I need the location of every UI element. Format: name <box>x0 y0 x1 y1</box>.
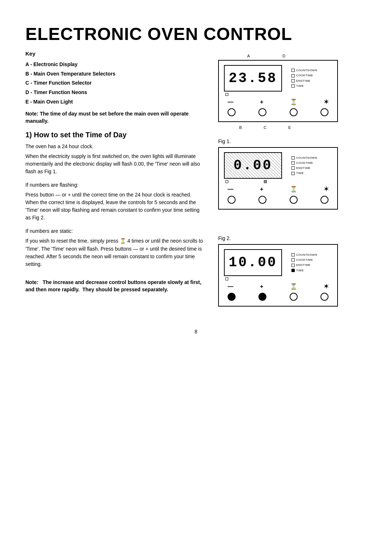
indicator-endtime-f2: ENDTIME <box>291 263 320 267</box>
circle-btn-2[interactable] <box>258 108 266 116</box>
time-label-f1: TIME <box>296 171 304 175</box>
endtime-label-f2: ENDTIME <box>296 263 311 267</box>
countdown-label-f2: COUNTDOWN <box>296 253 317 257</box>
circle-btn-f2-4[interactable] <box>320 293 328 301</box>
endtime-box <box>291 79 295 82</box>
endtime-label-f1: ENDTIME <box>296 166 311 170</box>
increase-button-f1[interactable]: + <box>260 185 263 193</box>
sub-chk-f2 <box>225 278 228 280</box>
countdown-box <box>291 69 295 72</box>
display-main: 23.58 <box>224 65 282 92</box>
key-label: Key <box>25 50 204 57</box>
endtime-label: ENDTIME <box>296 79 311 83</box>
indicator-cooktime-f1: COOKTIME <box>291 161 320 165</box>
decrease-button-f2[interactable]: — <box>228 283 233 291</box>
indicator-cooktime-f2: COOKTIME <box>291 258 320 262</box>
section1-title: 1) How to set the Time of Day <box>25 130 204 140</box>
decrease-button-f1[interactable]: — <box>228 185 233 193</box>
cooktime-label: COOKTIME <box>296 73 313 77</box>
indicator-col-main: COUNTDOWN COOKTIME ENDTIME TIME <box>291 65 320 92</box>
key-item-e: E - Main Oven Light <box>25 98 204 106</box>
timer-button-f2[interactable]: ⏳ <box>290 283 297 291</box>
label-a: A <box>247 53 250 59</box>
key-item-a: A - Electronic Display <box>25 61 204 68</box>
body-text-3: If numbers are flashing: <box>25 181 204 189</box>
sub-checkbox-main <box>225 93 228 96</box>
key-list: A - Electronic Display B - Main Oven Tem… <box>25 61 204 105</box>
circle-btn-1[interactable] <box>228 108 236 116</box>
circle-btn-3[interactable] <box>290 108 298 116</box>
indicator-col-fig1: COUNTDOWN COOKTIME ENDTIME TIME <box>291 152 320 179</box>
page-number: 8 <box>25 328 367 336</box>
fig1-label: Fig 1. <box>218 138 367 145</box>
light-button-f1[interactable]: ✶ <box>324 185 328 193</box>
circle-btn-f2-3[interactable] <box>290 293 298 301</box>
display-value-fig2: 10.00 <box>229 253 277 272</box>
time-box <box>291 84 295 88</box>
countdown-box-f1 <box>291 156 295 159</box>
time-label: TIME <box>296 84 304 88</box>
indicator-time-f2: TIME <box>291 268 320 272</box>
indicator-time: TIME <box>291 84 320 88</box>
indicator-cooktime: COOKTIME <box>291 73 320 77</box>
circle-btn-f1-4[interactable] <box>320 196 328 204</box>
circle-btn-f1-3[interactable] <box>290 196 298 204</box>
note2: Note: The increase and decrease control … <box>25 279 204 293</box>
timer-button-main[interactable]: ⏳ <box>290 98 297 106</box>
countdown-label: COUNTDOWN <box>296 68 317 72</box>
display-fig2: 10.00 <box>224 249 282 276</box>
key-item-d: D - Timer Function Neons <box>25 89 204 96</box>
timer-button-f1[interactable]: ⏳ <box>290 185 297 193</box>
endtime-box-f1 <box>291 166 295 170</box>
cooktime-box <box>291 74 295 77</box>
page-title: ELECTRONIC OVEN CONTROL <box>25 22 367 46</box>
circle-btn-f1-2[interactable] <box>258 196 266 204</box>
circle-btn-f2-2[interactable] <box>258 293 266 301</box>
circle-btn-f2-1[interactable] <box>228 293 236 301</box>
circle-btn-4[interactable] <box>320 108 328 116</box>
display-value-main: 23.58 <box>229 69 277 88</box>
countdown-box-f2 <box>291 253 295 256</box>
endtime-box-f2 <box>291 264 295 267</box>
increase-button-main[interactable]: + <box>260 98 263 106</box>
fig2-label: Fig 2. <box>218 235 367 242</box>
body-text-2: When the electricity supply is first swi… <box>25 153 204 175</box>
panel-fig1: 0.00 COUNTDOWN COOKTIME ENDTIME <box>218 147 338 210</box>
display-fig1: 0.00 <box>224 152 282 179</box>
body-text-4: Press button — or + until the correct ti… <box>25 191 204 222</box>
display-value-fig1: 0.00 <box>233 156 272 175</box>
time-box-f1 <box>291 172 295 175</box>
sub-chk-f1-1 <box>225 180 228 183</box>
light-button-main[interactable]: ✶ <box>324 98 328 106</box>
key-item-b: B - Main Oven Temperature Selectors <box>25 70 204 78</box>
time-neon-f1 <box>264 180 267 183</box>
label-d: D <box>282 53 285 59</box>
circle-btn-f1-1[interactable] <box>228 196 236 204</box>
panel-fig-main: 23.58 COUNTDOWN COOKTIME <box>218 60 338 122</box>
label-c: C <box>264 125 266 130</box>
indicator-countdown: COUNTDOWN <box>291 68 320 72</box>
body-text-1: The oven has a 24 hour clock. <box>25 143 204 150</box>
cooktime-box-f1 <box>291 161 295 165</box>
light-button-f2[interactable]: ✶ <box>324 283 328 291</box>
body-text-6: If you wish to reset the time, simply pr… <box>25 237 204 268</box>
note1: Note: The time of day must be set before… <box>25 110 204 125</box>
time-label-f2: TIME <box>296 268 304 272</box>
indicator-endtime: ENDTIME <box>291 79 320 83</box>
indicator-col-fig2: COUNTDOWN COOKTIME ENDTIME TIME <box>291 249 320 276</box>
decrease-button-main[interactable]: — <box>228 98 233 106</box>
indicator-time-f1: TIME <box>291 171 320 175</box>
label-e: E <box>288 125 291 130</box>
cooktime-label-f1: COOKTIME <box>296 161 313 165</box>
increase-button-f2[interactable]: + <box>260 283 263 291</box>
panel-fig2: 10.00 COUNTDOWN COOKTIME ENDTIME <box>218 244 338 307</box>
label-b: B <box>239 125 242 130</box>
body-text-5: If numbers are static: <box>25 227 204 235</box>
key-item-c: C - Timer Function Selector <box>25 80 204 87</box>
indicator-endtime-f1: ENDTIME <box>291 166 320 170</box>
indicator-countdown-f2: COUNTDOWN <box>291 253 320 257</box>
cooktime-box-f2 <box>291 258 295 262</box>
countdown-label-f1: COUNTDOWN <box>296 156 317 160</box>
cooktime-label-f2: COOKTIME <box>296 258 313 262</box>
indicator-countdown-f1: COUNTDOWN <box>291 156 320 160</box>
